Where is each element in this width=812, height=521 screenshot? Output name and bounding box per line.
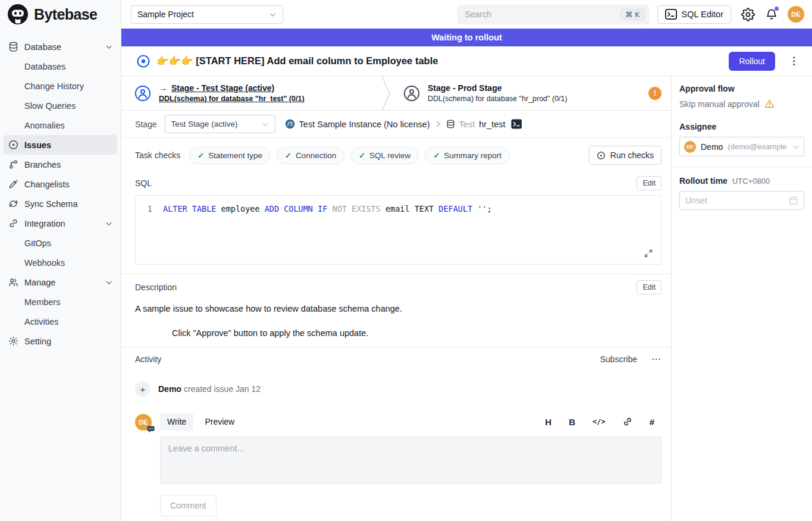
sidebar-item-branches[interactable]: Branches [4, 155, 117, 174]
rollout-button[interactable]: Rollout [729, 52, 775, 71]
brand-logo[interactable]: Bytebase [0, 0, 121, 29]
open-sql-editor-icon[interactable] [511, 119, 522, 129]
more-menu-icon[interactable]: ⋯ [651, 353, 661, 365]
panel-divider [672, 167, 812, 167]
sidebar-item-issues[interactable]: Issues [4, 135, 117, 155]
settings-gear-icon[interactable] [741, 8, 755, 21]
sidebar-item-manage[interactable]: Manage [4, 272, 117, 292]
assignee-select[interactable]: DE Demo (demo@example [679, 137, 804, 156]
comment-input[interactable] [160, 437, 661, 484]
chevron-down-icon [269, 11, 277, 18]
stage-select-value: Test Stage (active) [171, 120, 238, 128]
task-check-label: Statement type [208, 151, 262, 160]
user-avatar[interactable]: DE [788, 6, 804, 23]
task-check-pill-sql-review[interactable]: ✓SQL review [350, 147, 419, 164]
sidebar-item-label: Members [24, 297, 60, 307]
search-placeholder: Search [465, 10, 491, 19]
sidebar: Bytebase DatabaseDatabasesChange History… [0, 0, 121, 521]
issue-title: 👉👉👉 [START HERE] Add email column to Emp… [156, 55, 438, 67]
run-checks-button[interactable]: Run checks [589, 146, 661, 165]
sidebar-item-integration[interactable]: Integration [4, 214, 117, 233]
expand-icon[interactable] [644, 249, 653, 258]
format-bold-icon[interactable]: B [569, 417, 575, 427]
rollout-time-input[interactable]: Unset [679, 191, 804, 210]
task-check-pill-summary-report[interactable]: ✓Summary report [425, 147, 510, 164]
instance-name[interactable]: Test Sample Instance (No license) [299, 120, 430, 129]
stage-subtitle: DDL(schema) for database "hr_test" (0/1) [159, 95, 305, 103]
sql-token [327, 204, 332, 214]
stage-title: →Stage - Test Stage (active) [159, 83, 305, 93]
sql-token: DEFAULT [438, 204, 472, 214]
description-edit-button[interactable]: Edit [637, 280, 661, 294]
sidebar-item-change-history[interactable]: Change History [4, 76, 117, 96]
sidebar-item-members[interactable]: Members [4, 292, 117, 312]
sql-token: email TEXT [381, 204, 439, 214]
comment-submit-button[interactable]: Comment [160, 495, 217, 516]
tab-preview[interactable]: Preview [197, 413, 242, 431]
kebab-menu-icon[interactable]: ⋮ [784, 55, 804, 67]
sql-section-title: SQL [135, 178, 152, 188]
format-heading-icon[interactable]: H [545, 417, 551, 427]
sidebar-item-label: Issues [24, 140, 51, 150]
stage-warning-badge: ! [648, 87, 661, 100]
tab-write[interactable]: Write [160, 413, 193, 431]
terminal-icon [665, 9, 677, 20]
activity-section-title: Activity [135, 354, 161, 364]
database-name[interactable]: hr_test [479, 120, 505, 129]
stage-card-prod[interactable]: Stage - Prod Stage DDL(schema) for datab… [390, 76, 671, 110]
sidebar-item-webhooks[interactable]: Webhooks [4, 253, 117, 272]
sync-icon [8, 199, 18, 209]
activity-section: Activity Subscribe ⋯ + Democreated issue… [121, 347, 671, 397]
sql-edit-button[interactable]: Edit [637, 176, 661, 190]
issue-open-status-icon [137, 55, 150, 68]
sidebar-item-label: Webhooks [24, 258, 65, 268]
sidebar-item-database[interactable]: Database [4, 37, 117, 57]
database-breadcrumb: Test Sample Instance (No license) Test h… [285, 119, 522, 129]
person-circle-icon [403, 85, 420, 102]
environment-prefix: Test [459, 120, 475, 129]
project-select[interactable]: Sample Project [131, 5, 283, 24]
sidebar-item-label: Slow Queries [24, 101, 76, 111]
task-check-pill-connection[interactable]: ✓Connection [277, 147, 344, 164]
sidebar-item-setting[interactable]: Setting [4, 331, 117, 351]
format-link-icon[interactable] [623, 417, 632, 426]
activity-actor: Demo [158, 384, 181, 394]
chevron-down-icon [105, 220, 112, 227]
format-hashtag-icon[interactable]: # [650, 417, 654, 427]
content: →Stage - Test Stage (active) DDL(schema)… [121, 76, 812, 521]
sidebar-item-label: Branches [24, 160, 61, 170]
notifications-bell-icon[interactable] [765, 8, 778, 21]
chevron-right-icon [434, 120, 442, 128]
line-number: 1 [136, 203, 152, 215]
comment-composer: DE Write Preview HB</># Comment [121, 397, 671, 516]
sql-code-block[interactable]: 1 ALTER TABLE employee ADD COLUMN IF NOT… [135, 195, 661, 265]
run-checks-icon [597, 151, 606, 160]
stage-card-test[interactable]: →Stage - Test Stage (active) DDL(schema)… [121, 76, 381, 110]
chevron-down-icon [262, 121, 269, 128]
search-input[interactable]: Search ⌘ K [457, 5, 649, 24]
right-panel: Approval flow Skip manual approval Assig… [671, 76, 812, 521]
sidebar-item-sync-schema[interactable]: Sync Schema [4, 194, 117, 214]
task-check-pill-statement-type[interactable]: ✓Statement type [189, 147, 271, 164]
activity-entry: + Democreated issue Jan 12 [135, 381, 661, 397]
sidebar-item-changelists[interactable]: Changelists [4, 174, 117, 194]
main-column: →Stage - Test Stage (active) DDL(schema)… [121, 76, 671, 521]
sidebar-item-label: Changelists [24, 180, 70, 189]
plus-icon: + [135, 381, 151, 397]
sql-editor-button[interactable]: SQL Editor [657, 5, 731, 24]
subscribe-link[interactable]: Subscribe [600, 354, 637, 364]
sidebar-item-slow-queries[interactable]: Slow Queries [4, 96, 117, 115]
person-circle-icon [134, 85, 151, 102]
approval-flow-label: Approval flow [679, 84, 804, 93]
sidebar-item-databases[interactable]: Databases [4, 57, 117, 76]
chevron-down-icon [105, 43, 112, 51]
sidebar-item-label: Sync Schema [24, 199, 77, 209]
sidebar-item-gitops[interactable]: GitOps [4, 233, 117, 253]
calendar-icon [789, 196, 798, 205]
stage-select[interactable]: Test Stage (active) [165, 115, 275, 133]
description-line: A sample issue to showcase how to review… [135, 304, 661, 313]
sidebar-item-anomalies[interactable]: Anomalies [4, 115, 117, 135]
format-code-icon[interactable]: </> [592, 418, 606, 426]
sidebar-item-activities[interactable]: Activities [4, 312, 117, 331]
project-select-value: Sample Project [137, 10, 194, 19]
